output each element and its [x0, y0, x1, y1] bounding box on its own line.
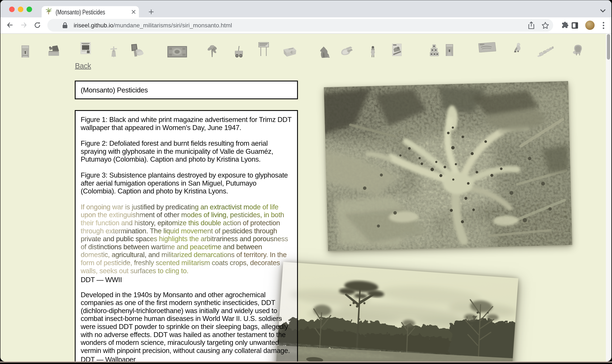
svg-text:C: C [291, 51, 293, 54]
